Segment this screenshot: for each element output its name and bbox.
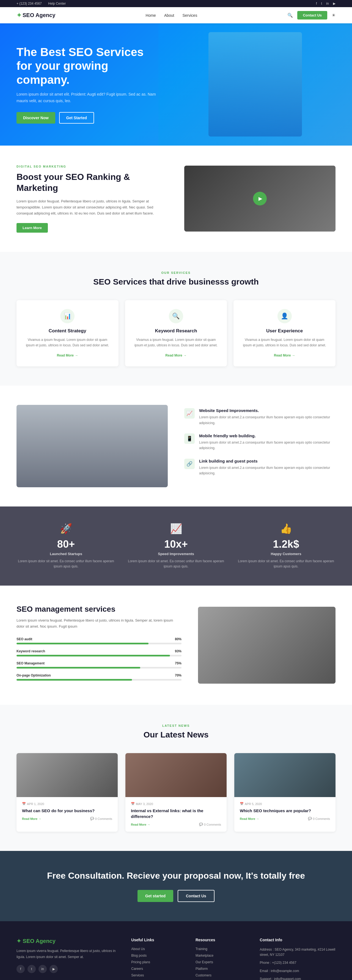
footer-res-training[interactable]: Training (195, 947, 246, 951)
footer-link-about[interactable]: About Us (131, 947, 182, 951)
footer-res-customers[interactable]: Customers (195, 974, 246, 977)
comments-icon: 💬 (90, 817, 94, 821)
footer-resources: Resources Training Marketplace Our Exper… (195, 938, 246, 980)
management-section: SEO management services Lorem ipsum vive… (0, 585, 352, 705)
services-grid: 📊 Content Strategy Vivamus a ipsum feugu… (16, 300, 336, 366)
footer-res-experts[interactable]: Our Experts (195, 960, 246, 964)
discover-button[interactable]: Discover Now (16, 112, 55, 124)
phone-number[interactable]: + (123) 234 4567 (16, 2, 42, 5)
people-graphic (16, 405, 168, 487)
news-title: Which SEO techniques are popular? (240, 808, 330, 813)
social-facebook-icon[interactable]: f (16, 965, 25, 973)
news-grid: 📅 APR 1, 2020 What can SEO do for your b… (16, 753, 336, 832)
news-body: 📅 APR 5, 2020 Which SEO techniques are p… (234, 797, 336, 826)
services-title: SEO Services that drive businesss growth (16, 277, 336, 286)
contact-button[interactable]: Contact Us (297, 11, 327, 19)
footer-link-pricing[interactable]: Pricing plans (131, 960, 182, 964)
nav-about[interactable]: About (164, 13, 174, 18)
news-image-2 (125, 753, 227, 797)
social-youtube-icon[interactable]: ▶ (50, 965, 58, 973)
footer: ✦ SEO Agency Lorem ipsum viverra feuguat… (0, 921, 352, 980)
theme-toggle-icon[interactable]: ☀ (332, 13, 336, 18)
feature-desc: Lorem ipsum dolor sit amet.2.a consequun… (199, 414, 336, 426)
news-body: 📅 APR 1, 2020 What can SEO do for your b… (16, 797, 118, 826)
stats-section: 🚀 80+ Launched Startups Lorem ipsum dolo… (0, 506, 352, 585)
progress-bar-fill (16, 655, 170, 657)
news-footer: Read More 💬 0 Comments (22, 817, 112, 821)
news-read-more-link[interactable]: Read More (22, 817, 41, 821)
social-twitter[interactable]: t (321, 2, 322, 5)
footer-link-services[interactable]: Services (131, 974, 182, 977)
boost-label: DIGITAL SEO MARKETING (16, 165, 168, 168)
progress-value: 70% (175, 673, 181, 677)
service-card-keyword: 🔍 Keyword Research Vivamus a ipsum feugu… (125, 300, 227, 366)
cta-get-started-button[interactable]: Get started (138, 890, 173, 902)
user-experience-icon: 👤 (277, 309, 292, 323)
stat-desc: Lorem ipsum dolor sit amet. Ea consec un… (126, 558, 226, 569)
footer-resources-list: Training Marketplace Our Experts Platfor… (195, 947, 246, 980)
footer-contact-title: Contact Info (260, 938, 336, 942)
nav-home[interactable]: Home (146, 13, 156, 18)
cta-contact-button[interactable]: Contact Us (178, 890, 214, 902)
feature-text: Link building and guest posts Lorem ipsu… (199, 459, 336, 476)
boost-title: Boost your SEO Ranking & Marketing (16, 172, 168, 193)
footer-useful-links-list: About Us Blog posts Pricing plans Career… (131, 947, 182, 980)
social-youtube[interactable]: ▶ (333, 2, 336, 5)
service-card-desc: Vivamus a ipsum feuguat. Lorem ipsum dol… (133, 337, 219, 348)
nav-logo: ✦ SEO Agency (16, 12, 55, 19)
progress-onpage: On-page Optimization 70% (16, 673, 181, 681)
social-facebook[interactable]: f (316, 2, 317, 5)
play-button[interactable] (253, 192, 267, 205)
footer-support[interactable]: Support : info@support.com (260, 977, 336, 980)
progress-bar-bg (16, 643, 181, 644)
nav-services[interactable]: Services (182, 13, 197, 18)
footer-link-careers[interactable]: Careers (131, 967, 182, 970)
news-card-1: 📅 APR 1, 2020 What can SEO do for your b… (16, 753, 118, 832)
comments-icon: 💬 (199, 822, 203, 826)
management-desc: Lorem ipsum viverra feuguat. Pellentesqu… (16, 617, 181, 630)
link-icon: 🔗 (184, 459, 195, 469)
logo-text[interactable]: SEO Agency (22, 12, 55, 18)
stat-number: 80+ (16, 538, 115, 550)
footer-resources-title: Resources (195, 938, 246, 942)
read-more-link[interactable]: Read More (274, 353, 295, 357)
social-instagram[interactable]: in (326, 2, 329, 5)
help-center-link[interactable]: Help Center (48, 2, 66, 5)
features-section: 📈 Website Speed Improvements. Lorem ipsu… (0, 386, 352, 506)
news-read-more-link[interactable]: Read More (131, 823, 150, 826)
news-comments: 💬 0 Comments (308, 817, 330, 821)
footer-link-blog[interactable]: Blog posts (131, 954, 182, 958)
social-twitter-icon[interactable]: t (27, 965, 36, 973)
news-title: Internal vs External links: what is the … (131, 808, 221, 819)
thumbsup-icon: 👍 (237, 523, 336, 535)
footer-res-platform[interactable]: Platform (195, 967, 246, 970)
top-bar-left: + (123) 234 4567 Help Center (16, 2, 71, 5)
feature-text: Mobile friendly web building. Lorem ipsu… (199, 433, 336, 451)
footer-grid: ✦ SEO Agency Lorem ipsum viverra feuguat… (16, 938, 336, 980)
boost-content: DIGITAL SEO MARKETING Boost your SEO Ran… (16, 165, 168, 233)
service-card-title: Content Strategy (24, 328, 111, 334)
footer-contact: Contact Info Address : SEO Agency, 343 m… (260, 938, 336, 980)
nav-right: 🔍 Contact Us ☀ (287, 11, 336, 19)
footer-res-marketplace[interactable]: Marketplace (195, 954, 246, 958)
read-more-link[interactable]: Read More (57, 353, 78, 357)
social-instagram-icon[interactable]: in (38, 965, 47, 973)
stat-customers: 👍 1.2k$ Happy Customers Lorem ipsum dolo… (237, 523, 336, 569)
news-footer: Read More 💬 0 Comments (131, 822, 221, 826)
read-more-link[interactable]: Read More (165, 353, 186, 357)
stat-speed: 📈 10x+ Speed Improvements Lorem ipsum do… (126, 523, 226, 569)
learn-more-button[interactable]: Learn More (16, 223, 48, 233)
get-started-button[interactable]: Get Started (59, 112, 94, 124)
news-read-more-link[interactable]: Read More (240, 817, 259, 821)
footer-logo-icon: ✦ (16, 938, 23, 944)
stat-label: Launched Startups (16, 552, 115, 556)
progress-header: Keyword research 93% (16, 649, 181, 653)
footer-phone[interactable]: Phone : +(123) 234 4567 (260, 960, 336, 966)
search-icon[interactable]: 🔍 (287, 13, 293, 18)
stat-startups: 🚀 80+ Launched Startups Lorem ipsum dolo… (16, 523, 115, 569)
footer-email[interactable]: Email : info@example.com (260, 969, 336, 974)
boost-description: Lorem ipsum dolor feuguat. Pellentesque … (16, 198, 168, 216)
progress-header: SEO Management 75% (16, 662, 181, 665)
service-card-ux: 👤 User Experience Vivamus a ipsum feugua… (234, 300, 336, 366)
news-section-title: Our Latest News (16, 730, 336, 740)
